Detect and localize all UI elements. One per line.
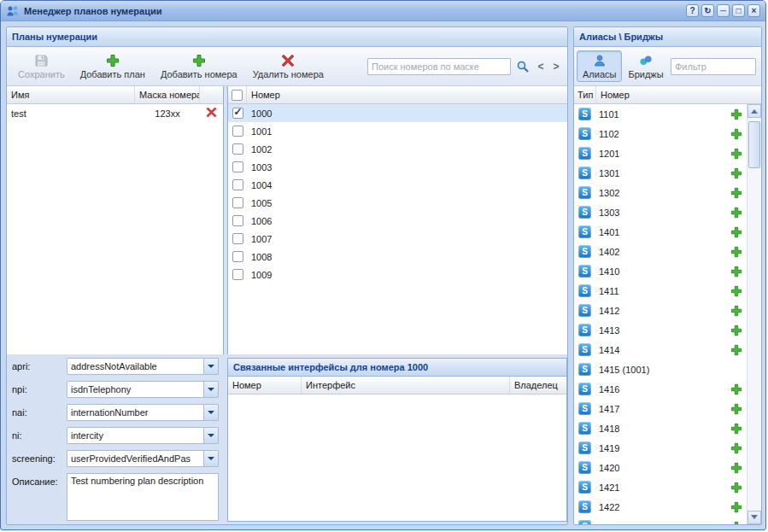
search-next-button[interactable]: > xyxy=(550,59,562,74)
number-row[interactable]: 1003 xyxy=(228,158,567,176)
alias-row[interactable]: S 1415 (1001) xyxy=(574,360,747,379)
number-row[interactable]: 1009 xyxy=(228,266,567,284)
add-alias-icon[interactable] xyxy=(730,520,742,524)
alias-row[interactable]: S 1417 xyxy=(574,399,747,418)
alias-row[interactable]: S xyxy=(574,517,747,524)
add-alias-icon[interactable] xyxy=(730,383,742,395)
col-alias-number[interactable]: Номер xyxy=(596,86,761,103)
add-alias-icon[interactable] xyxy=(730,167,742,179)
add-alias-icon[interactable] xyxy=(730,441,742,454)
number-checkbox[interactable] xyxy=(232,197,243,208)
combo-dropdown-icon[interactable] xyxy=(203,405,218,420)
aliases-scrollbar[interactable] xyxy=(747,104,761,524)
number-row[interactable]: 1007 xyxy=(228,230,567,248)
delete-plan-icon[interactable] xyxy=(206,107,217,120)
add-alias-icon[interactable] xyxy=(730,206,742,219)
alias-row[interactable]: S 1419 xyxy=(574,438,747,458)
add-alias-icon[interactable] xyxy=(730,284,742,297)
add-alias-icon[interactable] xyxy=(730,186,742,199)
number-checkbox[interactable] xyxy=(232,161,243,172)
number-checkbox[interactable] xyxy=(232,108,243,119)
form-field-combo[interactable]: addressNotAvailable xyxy=(67,358,219,375)
number-checkbox[interactable] xyxy=(232,233,243,244)
alias-row[interactable]: S 1302 xyxy=(574,183,747,202)
add-alias-icon[interactable] xyxy=(730,127,742,140)
number-row[interactable]: 1002 xyxy=(228,140,567,158)
alias-row[interactable]: S 1413 xyxy=(574,320,747,340)
add-alias-icon[interactable] xyxy=(730,108,742,120)
alias-row[interactable]: S 1416 xyxy=(574,379,747,399)
alias-row[interactable]: S 1414 xyxy=(574,340,747,360)
alias-row[interactable]: S 1303 xyxy=(574,202,747,222)
add-alias-icon[interactable] xyxy=(730,500,742,513)
combo-dropdown-icon[interactable] xyxy=(203,382,218,397)
search-input[interactable] xyxy=(367,58,511,75)
search-icon[interactable] xyxy=(514,58,531,75)
alias-row[interactable]: S 1422 xyxy=(574,497,747,517)
refresh-button[interactable]: ↻ xyxy=(701,4,714,17)
save-button[interactable]: Сохранить xyxy=(10,50,73,83)
number-checkbox[interactable] xyxy=(232,215,243,226)
col-owner[interactable]: Владелец xyxy=(510,377,566,394)
combo-dropdown-icon[interactable] xyxy=(203,428,218,443)
number-checkbox[interactable] xyxy=(232,126,243,137)
add-plan-button[interactable]: Добавить план xyxy=(73,50,153,83)
add-alias-icon[interactable] xyxy=(730,265,742,278)
tab-aliases[interactable]: Алиасы xyxy=(577,50,622,82)
alias-row[interactable]: S 1411 xyxy=(574,281,747,301)
filter-input[interactable] xyxy=(671,58,756,75)
description-textarea[interactable]: Test numbering plan description xyxy=(67,473,219,521)
alias-row[interactable]: S 1421 xyxy=(574,477,747,497)
delete-numbers-button[interactable]: Удалить номера xyxy=(245,50,331,83)
alias-row[interactable]: S 1102 xyxy=(574,124,747,143)
add-alias-icon[interactable] xyxy=(730,481,742,494)
add-alias-icon[interactable] xyxy=(730,422,742,435)
col-name[interactable]: Имя xyxy=(7,86,135,103)
alias-row[interactable]: S 1201 xyxy=(574,143,747,163)
scroll-down-icon[interactable] xyxy=(747,511,761,524)
alias-row[interactable]: S 1101 xyxy=(574,104,747,124)
search-prev-button[interactable]: < xyxy=(535,59,547,74)
scroll-up-icon[interactable] xyxy=(747,104,761,118)
number-row[interactable]: 1008 xyxy=(228,248,567,266)
tab-bridges[interactable]: Бриджы xyxy=(622,50,669,82)
maximize-button[interactable]: □ xyxy=(732,4,745,17)
titlebar[interactable]: Менеджер планов нумерации ? ↻ ─ □ × xyxy=(1,1,765,21)
add-alias-icon[interactable] xyxy=(730,304,742,317)
alias-row[interactable]: S 1418 xyxy=(574,418,747,438)
col-interface[interactable]: Интерфейс xyxy=(302,377,510,394)
col-interface-number[interactable]: Номер xyxy=(228,377,302,394)
scroll-thumb[interactable] xyxy=(748,121,760,168)
alias-row[interactable]: S 1301 xyxy=(574,163,747,183)
combo-dropdown-icon[interactable] xyxy=(203,359,218,374)
add-numbers-button[interactable]: Добавить номера xyxy=(153,50,245,83)
number-row[interactable]: 1005 xyxy=(228,194,567,212)
form-field-combo[interactable]: internationNumber xyxy=(67,404,219,421)
form-field-combo[interactable]: intercity xyxy=(67,427,219,444)
add-alias-icon[interactable] xyxy=(730,245,742,258)
number-checkbox[interactable] xyxy=(232,179,243,190)
add-alias-icon[interactable] xyxy=(730,324,742,336)
close-button[interactable]: × xyxy=(747,4,760,17)
col-number[interactable]: Номер xyxy=(247,86,567,103)
number-row[interactable]: 1004 xyxy=(228,176,567,194)
form-field-combo[interactable]: userProvidedVerifiedAndPas xyxy=(67,450,219,467)
alias-row[interactable]: S 1412 xyxy=(574,301,747,320)
select-all-checkbox[interactable] xyxy=(232,90,243,101)
number-checkbox[interactable] xyxy=(232,269,243,280)
alias-row[interactable]: S 1402 xyxy=(574,242,747,261)
help-button[interactable]: ? xyxy=(686,4,699,17)
add-alias-icon[interactable] xyxy=(730,461,742,474)
minimize-button[interactable]: ─ xyxy=(717,4,730,17)
form-field-combo[interactable]: isdnTelephony xyxy=(67,381,219,398)
number-checkbox[interactable] xyxy=(232,143,243,155)
number-row[interactable]: 1000 xyxy=(228,104,567,122)
add-alias-icon[interactable] xyxy=(730,225,742,238)
add-alias-icon[interactable] xyxy=(730,147,742,160)
number-checkbox[interactable] xyxy=(232,251,243,262)
col-mask[interactable]: Маска номера xyxy=(135,86,200,103)
alias-row[interactable]: S 1401 xyxy=(574,222,747,242)
add-alias-icon[interactable] xyxy=(730,402,742,415)
alias-row[interactable]: S 1420 xyxy=(574,458,747,477)
combo-dropdown-icon[interactable] xyxy=(203,451,218,466)
